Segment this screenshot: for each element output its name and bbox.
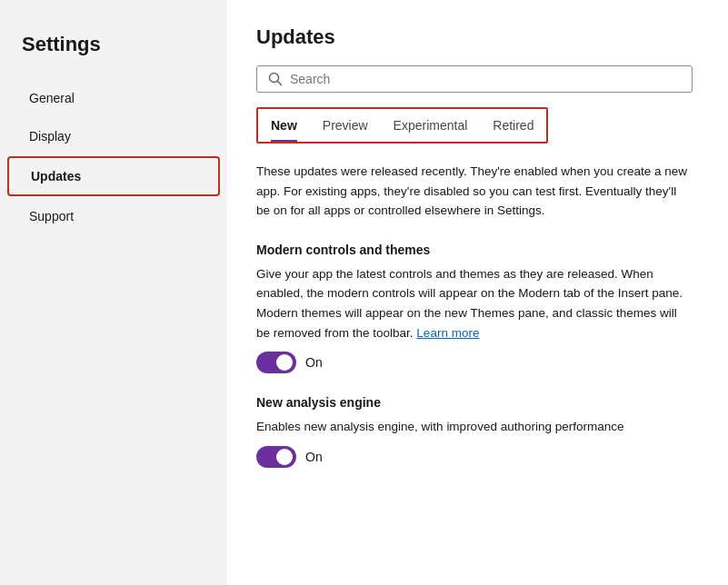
sidebar-item-label-updates: Updates <box>31 169 81 183</box>
toggle-thumb-analysis <box>276 449 293 465</box>
feature-analysis-engine-title: New analysis engine <box>256 395 699 410</box>
sidebar-item-general[interactable]: General <box>7 80 220 116</box>
toggle-row-analysis: On <box>256 446 699 468</box>
tab-preview[interactable]: Preview <box>310 113 381 138</box>
tab-experimental[interactable]: Experimental <box>381 113 481 138</box>
tabs-container: New Preview Experimental Retired <box>256 107 548 144</box>
toggle-thumb-modern <box>276 354 293 371</box>
svg-line-1 <box>278 82 282 85</box>
search-bar-container <box>256 65 699 93</box>
feature-modern-controls-title: Modern controls and themes <box>256 243 699 257</box>
feature-analysis-engine: New analysis engine Enables new analysis… <box>256 395 699 468</box>
tab-retired-label: Retired <box>493 118 534 133</box>
toggle-track-modern <box>256 352 296 373</box>
main-content: Updates New Preview Experimental Retired… <box>227 0 728 585</box>
feature-analysis-engine-description: Enables new analysis engine, with improv… <box>256 417 693 437</box>
search-bar[interactable] <box>256 65 693 93</box>
sidebar-item-support[interactable]: Support <box>7 198 220 234</box>
tab-preview-label: Preview <box>323 118 368 133</box>
learn-more-link-modern[interactable]: Learn more <box>416 326 479 340</box>
toggle-track-analysis <box>256 446 296 468</box>
search-icon <box>268 72 283 86</box>
toggle-analysis-engine[interactable] <box>256 446 296 468</box>
sidebar-item-label-display: Display <box>29 129 71 144</box>
search-input[interactable] <box>290 72 681 86</box>
sidebar-item-display[interactable]: Display <box>7 118 220 154</box>
toggle-label-analysis: On <box>305 450 323 464</box>
feature-modern-controls: Modern controls and themes Give your app… <box>256 243 699 373</box>
sidebar-item-updates[interactable]: Updates <box>7 156 220 196</box>
tab-retired[interactable]: Retired <box>480 113 546 138</box>
tab-new[interactable]: New <box>258 113 310 138</box>
tab-new-label: New <box>271 118 297 133</box>
sidebar-item-label-support: Support <box>29 209 74 223</box>
toggle-label-modern: On <box>305 355 323 370</box>
tab-experimental-label: Experimental <box>394 118 468 133</box>
app-title: Settings <box>0 22 227 78</box>
toggle-modern-controls[interactable] <box>256 352 296 373</box>
toggle-row-modern: On <box>256 352 699 373</box>
feature-modern-controls-description: Give your app the latest controls and th… <box>256 264 693 342</box>
sidebar: Settings General Display Updates Support <box>0 0 227 585</box>
page-title: Updates <box>256 25 699 49</box>
sidebar-item-label-general: General <box>29 91 75 105</box>
tab-description: These updates were released recently. Th… <box>256 162 693 221</box>
